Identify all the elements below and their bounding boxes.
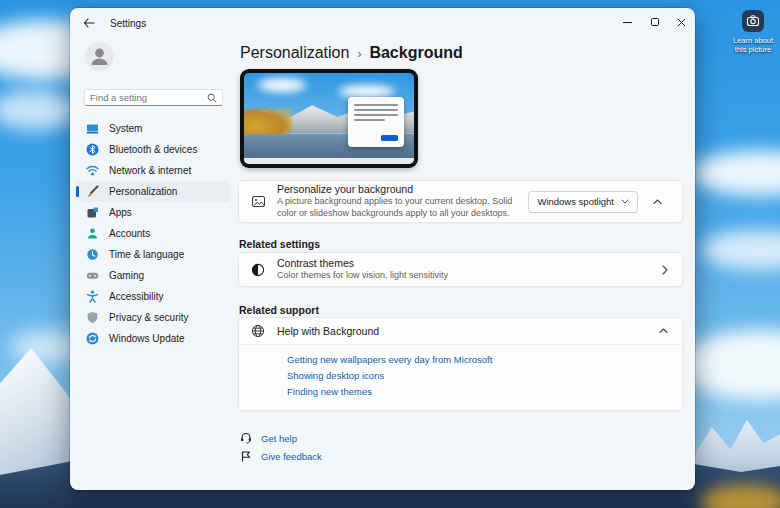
sidebar-nav: System Bluetooth & devices Network & int… [70, 118, 238, 349]
dialog-text-line [354, 109, 398, 111]
personalize-background-card[interactable]: Personalize your background A picture ba… [238, 180, 683, 223]
sidebar-item-windows-update[interactable]: Windows Update [76, 328, 230, 349]
contrast-themes-card[interactable]: Contrast themes Color themes for low vis… [238, 252, 683, 287]
help-link-themes[interactable]: Finding new themes [287, 386, 372, 397]
cloud-shape [700, 230, 780, 270]
feedback-icon [240, 450, 252, 462]
person-icon [86, 227, 99, 240]
sidebar-item-accessibility[interactable]: Accessibility [76, 286, 230, 307]
preview-taskbar [244, 158, 414, 164]
system-icon [86, 122, 99, 135]
sidebar-item-label: Personalization [109, 186, 177, 197]
contrast-title: Contrast themes [277, 257, 448, 269]
sidebar-item-accounts[interactable]: Accounts [76, 223, 230, 244]
avatar[interactable] [85, 42, 114, 71]
dialog-text-line [354, 119, 385, 121]
cloud-shape [0, 90, 80, 130]
search-box[interactable] [84, 89, 223, 106]
dialog-button [381, 135, 398, 141]
back-button[interactable] [76, 12, 102, 34]
headset-icon [240, 432, 252, 444]
background-preview-image [244, 73, 414, 164]
maximize-icon [651, 18, 659, 26]
wifi-icon [86, 164, 99, 177]
apps-icon [86, 206, 99, 219]
preview-dialog [348, 97, 404, 147]
sidebar: System Bluetooth & devices Network & int… [70, 38, 238, 490]
maximize-button[interactable] [641, 8, 668, 36]
dropdown-value: Windows spotlight [537, 196, 614, 207]
search-input[interactable] [90, 92, 207, 103]
get-help-link[interactable]: Get help [261, 433, 297, 444]
sidebar-item-label: Accounts [109, 228, 150, 239]
help-title: Help with Background [277, 325, 379, 337]
globe-icon [239, 324, 277, 338]
window-title: Settings [110, 18, 146, 29]
personalize-description: A picture background applies to your cur… [277, 196, 518, 219]
sidebar-item-apps[interactable]: Apps [76, 202, 230, 223]
chevron-down-icon [621, 199, 629, 204]
dialog-text-line [354, 114, 398, 116]
window-controls [614, 8, 695, 36]
give-feedback-row[interactable]: Give feedback [240, 450, 322, 462]
background-preview-monitor [240, 69, 418, 168]
sidebar-item-privacy[interactable]: Privacy & security [76, 307, 230, 328]
background-type-dropdown[interactable]: Windows spotlight [528, 191, 638, 213]
sidebar-item-time-language[interactable]: Time & language [76, 244, 230, 265]
sidebar-item-label: Windows Update [109, 333, 185, 344]
help-links: Getting new wallpapers every day from Mi… [239, 345, 682, 397]
contrast-icon [239, 263, 277, 277]
contrast-text: Contrast themes Color themes for low vis… [277, 257, 448, 282]
sidebar-item-label: Apps [109, 207, 132, 218]
brush-icon [86, 185, 99, 198]
minimize-icon [623, 22, 632, 23]
gamepad-icon [86, 269, 99, 282]
sidebar-item-personalization[interactable]: Personalization [76, 181, 230, 202]
get-help-row[interactable]: Get help [240, 432, 297, 444]
settings-window: Settings [70, 8, 695, 490]
accessibility-icon [86, 290, 99, 303]
search-icon [207, 93, 217, 103]
learn-about-picture-widget[interactable]: Learn about this picture [728, 10, 778, 55]
picture-icon [239, 194, 277, 209]
contrast-description: Color themes for low vision, light sensi… [277, 270, 448, 282]
sidebar-item-label: Time & language [109, 249, 184, 260]
minimize-button[interactable] [614, 8, 641, 36]
sidebar-item-gaming[interactable]: Gaming [76, 265, 230, 286]
main-content: Personalization › Background [238, 38, 695, 490]
help-header[interactable]: Help with Background [239, 318, 682, 345]
update-icon [86, 332, 99, 345]
help-link-desktop-icons[interactable]: Showing desktop icons [287, 370, 384, 381]
personalize-title: Personalize your background [277, 183, 518, 195]
personalize-text: Personalize your background A picture ba… [277, 183, 528, 219]
back-arrow-icon [83, 18, 95, 28]
cloud-shape [680, 330, 780, 400]
collapse-section-button[interactable] [644, 199, 670, 205]
trees-shape [244, 108, 292, 138]
give-feedback-link[interactable]: Give feedback [261, 451, 322, 462]
sidebar-item-network[interactable]: Network & internet [76, 160, 230, 181]
help-card: Help with Background Getting new wallpap… [238, 317, 683, 411]
cloud-shape [690, 150, 780, 196]
sidebar-item-label: Accessibility [109, 291, 163, 302]
close-button[interactable] [668, 8, 695, 36]
bluetooth-icon [86, 143, 99, 156]
titlebar: Settings [70, 8, 695, 38]
sidebar-item-system[interactable]: System [76, 118, 230, 139]
related-support-heading: Related support [239, 304, 319, 316]
sidebar-item-bluetooth[interactable]: Bluetooth & devices [76, 139, 230, 160]
clock-icon [86, 248, 99, 261]
breadcrumb-parent[interactable]: Personalization [240, 44, 349, 62]
related-settings-heading: Related settings [239, 238, 320, 250]
breadcrumb-separator-icon: › [357, 47, 361, 61]
user-icon [85, 42, 114, 71]
close-icon [677, 18, 686, 27]
sidebar-item-label: Privacy & security [109, 312, 188, 323]
page-title: Background [369, 44, 462, 62]
breadcrumb: Personalization › Background [240, 44, 463, 62]
chevron-up-icon[interactable] [659, 328, 668, 334]
sidebar-item-label: System [109, 123, 142, 134]
camera-icon[interactable] [742, 10, 764, 32]
help-link-wallpapers[interactable]: Getting new wallpapers every day from Mi… [287, 354, 492, 365]
shield-icon [86, 311, 99, 324]
